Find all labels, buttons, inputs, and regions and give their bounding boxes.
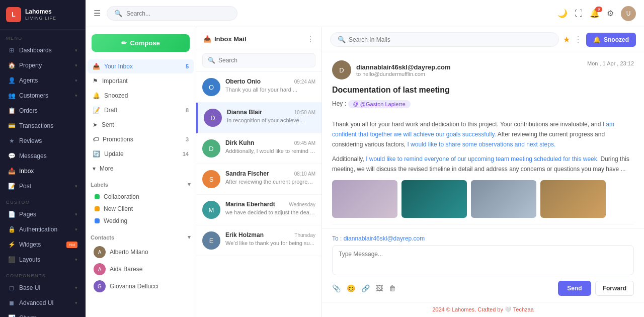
reply-to-label: To : diannablair46skl@dayrep.com xyxy=(332,235,634,242)
mail-item-content: Oberto Onio 09:24 AM Thank you all for y… xyxy=(225,78,315,96)
inbox-nav-more[interactable]: ▾ More xyxy=(88,162,194,176)
mail-item[interactable]: M Marina Eberhardt Wednesday we have dec… xyxy=(196,195,321,225)
sidebar-item-orders[interactable]: 📋 Orders xyxy=(2,104,84,118)
mail-time: 09:24 AM xyxy=(294,79,315,85)
sidebar-item-messages[interactable]: 💬 Messages xyxy=(2,149,84,163)
mail-subject: Documentation of last meeting xyxy=(332,86,634,95)
contacts-section: Contacts ▾ A Alberto Milano A Aida Bares… xyxy=(86,229,196,297)
sidebar-item-widgets[interactable]: ⚡ Widgets Hot xyxy=(2,237,84,252)
sidebar-item-charts[interactable]: 📊 Charts ▾ xyxy=(2,311,84,317)
contact-giovanna[interactable]: G Giovanna Dellucci xyxy=(91,278,191,295)
menu-toggle-icon[interactable]: ☰ xyxy=(94,9,101,18)
mail-detail-search-input[interactable] xyxy=(349,36,551,43)
user-avatar[interactable]: U xyxy=(621,6,636,21)
sidebar-item-pages[interactable]: 📄 Pages ▾ xyxy=(2,207,84,221)
detail-more-icon[interactable]: ⋮ xyxy=(574,35,582,44)
mail-item[interactable]: O Oberto Onio 09:24 AM Thank you all for… xyxy=(196,72,321,103)
delete-icon[interactable]: 🗑 xyxy=(389,284,396,292)
inbox-nav-draft[interactable]: 📝 Draft 8 xyxy=(88,103,194,117)
contacts-header[interactable]: Contacts ▾ xyxy=(91,234,191,241)
mail-item-content: Dianna Blair 10:50 AM In recognition of … xyxy=(227,109,315,127)
sidebar-item-label: Orders xyxy=(19,107,38,114)
topbar-search-box: 🔍 xyxy=(107,6,237,21)
sidebar-item-layouts[interactable]: ⬛ Layouts ▾ xyxy=(2,253,84,267)
inbox-nav-snoozed[interactable]: 🔔 Snoozed xyxy=(88,89,194,103)
charts-icon: 📊 xyxy=(8,314,15,317)
sidebar-item-advanced-ui[interactable]: ◼ Advanced UI ▾ xyxy=(2,296,84,310)
label-collaboration[interactable]: Collaboration xyxy=(91,191,191,203)
sidebar-item-transactions[interactable]: 💳 Transactions xyxy=(2,119,84,133)
chevron-icon: ▾ xyxy=(75,212,77,217)
important-icon: ⚑ xyxy=(93,77,98,85)
sidebar-item-base-ui[interactable]: ◻ Base UI ▾ xyxy=(2,281,84,295)
mail-item[interactable]: E Erik Holzman Thursday We'd like to tha… xyxy=(196,225,321,256)
mail-detail-topbar: 🔍 ★ ⋮ 🔔 Snoozed xyxy=(322,27,644,52)
mail-attachment-info: D Dianna Blair attached 4 photos See Pho… xyxy=(332,224,634,228)
sidebar-item-label: Agents xyxy=(19,77,38,84)
inbox-nav-update[interactable]: 🔄 Update 14 xyxy=(88,147,194,161)
sidebar-item-post[interactable]: 📝 Post ▾ xyxy=(2,179,84,193)
reply-input[interactable] xyxy=(332,245,634,275)
contact-alberto[interactable]: A Alberto Milano xyxy=(91,244,191,261)
settings-icon[interactable]: ⚙ xyxy=(607,9,614,18)
sidebar-item-agents[interactable]: 👤 Agents ▾ xyxy=(2,73,84,88)
inbox-nav-promotions[interactable]: 🏷 Promotions 3 xyxy=(88,132,194,146)
mail-photos xyxy=(332,180,634,218)
photo-4 xyxy=(540,180,606,218)
mail-item[interactable]: S Sandra Fischer 08:10 AM After reviewin… xyxy=(196,164,321,195)
inbox-icon: 📥 xyxy=(8,168,15,175)
draft-icon: 📝 xyxy=(93,107,100,114)
avatar: O xyxy=(202,78,220,96)
star-button[interactable]: ★ xyxy=(563,35,570,44)
label-new-client[interactable]: New Client xyxy=(91,203,191,215)
mail-item[interactable]: D Dianna Blair 10:50 AM In recognition o… xyxy=(196,103,321,133)
mail-preview: Additionally, I would like to remind eve… xyxy=(225,148,315,154)
avatar: E xyxy=(202,231,220,250)
mail-sender-name: Dirk Kuhn xyxy=(225,139,254,146)
post-icon: 📝 xyxy=(8,183,15,190)
mail-search-input[interactable] xyxy=(218,57,310,64)
mail-detail-actions: ★ ⋮ 🔔 Snoozed xyxy=(563,33,636,47)
moon-icon[interactable]: 🌙 xyxy=(557,9,568,18)
mail-reply-area: To : diannablair46skl@dayrep.com 📎 😊 🔗 🖼… xyxy=(322,228,644,302)
sender-email: diannablair46skl@dayrep.com xyxy=(356,63,451,71)
custom-label: CUSTOM xyxy=(0,194,86,207)
image-link-icon[interactable]: 🖼 xyxy=(376,284,383,292)
sidebar-item-customers[interactable]: 👥 Customers ▾ xyxy=(2,89,84,103)
label-wedding[interactable]: Wedding xyxy=(91,215,191,227)
inbox-nav-your-inbox[interactable]: 📥 Your Inbox 5 xyxy=(88,59,194,73)
notification-icon[interactable]: 🔔 9 xyxy=(590,9,600,18)
emoji-icon[interactable]: 😊 xyxy=(347,284,355,292)
contacts-chevron-icon: ▾ xyxy=(188,234,191,241)
compose-button[interactable]: ✏ Compose xyxy=(92,34,190,52)
reply-buttons: Send Forward xyxy=(558,281,634,296)
search-input[interactable] xyxy=(126,10,230,17)
customers-icon: 👥 xyxy=(8,92,15,99)
forward-button[interactable]: Forward xyxy=(595,281,634,296)
contact-aida[interactable]: A Aida Barese xyxy=(91,261,191,278)
link-icon[interactable]: 🔗 xyxy=(361,284,370,292)
mail-items: O Oberto Onio 09:24 AM Thank you all for… xyxy=(196,72,321,317)
mail-detail-body: D diannablair46skl@dayrep.com to hello@d… xyxy=(322,52,644,228)
fullscreen-icon[interactable]: ⛶ xyxy=(575,9,583,18)
footer-bar: 2024 © Lahomes. Crafted by 🤍 Techzaa xyxy=(322,302,644,317)
sidebar-item-label: Post xyxy=(19,183,31,190)
mail-list-panel: 📥 Inbox Mail ⋮ 🔍 O Oberto Onio 09 xyxy=(196,27,322,317)
labels-header[interactable]: Labels ▾ xyxy=(91,181,191,188)
inbox-nav-important[interactable]: ⚑ Important xyxy=(88,74,194,88)
inbox-nav-sent[interactable]: ➤ Sent xyxy=(88,118,194,132)
snoozed-icon: 🔔 xyxy=(93,92,100,99)
mail-list-more-icon[interactable]: ⋮ xyxy=(306,34,314,44)
mail-list-header: 📥 Inbox Mail ⋮ xyxy=(196,27,321,49)
sidebar-item-reviews[interactable]: ★ Reviews xyxy=(2,134,84,148)
sidebar-item-label: Inbox xyxy=(19,168,34,175)
sidebar-item-property[interactable]: 🏠 Property ▾ xyxy=(2,58,84,72)
snoozed-button[interactable]: 🔔 Snoozed xyxy=(586,33,636,47)
sidebar-item-inbox[interactable]: 📥 Inbox xyxy=(2,164,84,178)
attachment-icon[interactable]: 📎 xyxy=(332,284,341,292)
send-button[interactable]: Send xyxy=(558,281,591,296)
sidebar-item-dashboards[interactable]: ⊞ Dashboards ▾ xyxy=(2,43,84,57)
mail-item[interactable]: D Dirk Kuhn 09:45 AM Additionally, I wou… xyxy=(196,133,321,164)
sidebar-item-authentication[interactable]: 🔒 Authentication ▾ xyxy=(2,222,84,236)
reply-toolbar: 📎 😊 🔗 🖼 🗑 xyxy=(332,284,396,292)
